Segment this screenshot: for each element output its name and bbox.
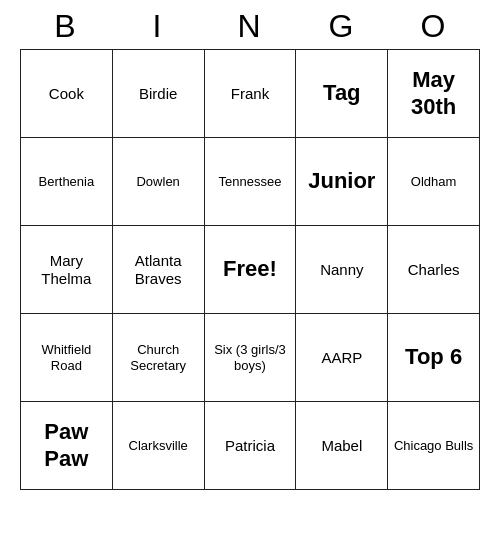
bingo-cell: May 30th [388,50,480,138]
table-row: Mary ThelmaAtlanta BravesFree!NannyCharl… [21,226,480,314]
table-row: Whitfield RoadChurch SecretarySix (3 gir… [21,314,480,402]
bingo-cell: Patricia [204,402,296,490]
table-row: Paw PawClarksvillePatriciaMabelChicago B… [21,402,480,490]
bingo-cell: Frank [204,50,296,138]
bingo-cell: Paw Paw [21,402,113,490]
bingo-cell: Mabel [296,402,388,490]
bingo-cell: AARP [296,314,388,402]
bingo-header-letter: B [22,8,110,45]
bingo-cell: Top 6 [388,314,480,402]
table-row: BertheniaDowlenTennesseeJuniorOldham [21,138,480,226]
bingo-cell: Tennessee [204,138,296,226]
bingo-cell: Whitfield Road [21,314,113,402]
table-row: CookBirdieFrankTagMay 30th [21,50,480,138]
bingo-header: BINGO [20,0,480,49]
bingo-cell: Berthenia [21,138,113,226]
bingo-cell: Dowlen [112,138,204,226]
bingo-table: CookBirdieFrankTagMay 30thBertheniaDowle… [20,49,480,490]
bingo-cell: Nanny [296,226,388,314]
bingo-cell: Mary Thelma [21,226,113,314]
bingo-cell: Clarksville [112,402,204,490]
bingo-header-letter: O [390,8,478,45]
bingo-cell: Junior [296,138,388,226]
bingo-header-letter: G [298,8,386,45]
bingo-cell: Cook [21,50,113,138]
bingo-cell: Six (3 girls/3 boys) [204,314,296,402]
bingo-cell: Birdie [112,50,204,138]
bingo-cell: Chicago Bulls [388,402,480,490]
bingo-cell: Oldham [388,138,480,226]
bingo-header-letter: N [206,8,294,45]
bingo-cell: Tag [296,50,388,138]
bingo-cell: Atlanta Braves [112,226,204,314]
bingo-cell: Church Secretary [112,314,204,402]
bingo-cell: Free! [204,226,296,314]
bingo-cell: Charles [388,226,480,314]
bingo-header-letter: I [114,8,202,45]
